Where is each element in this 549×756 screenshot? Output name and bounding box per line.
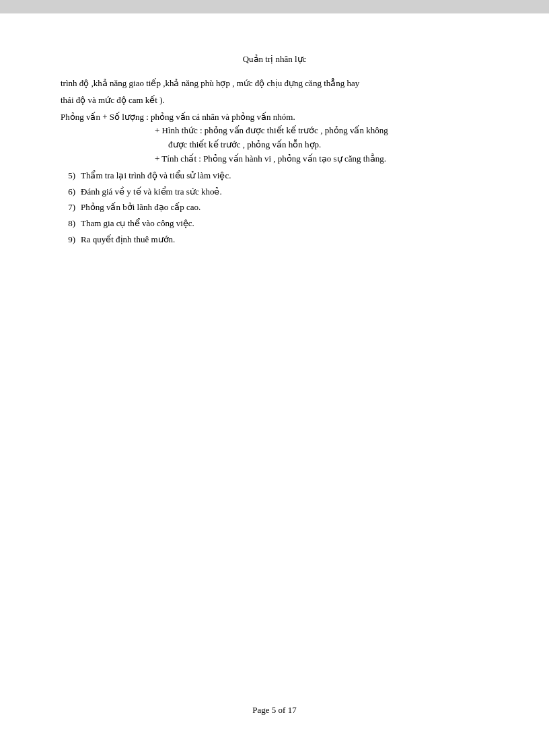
list-item: 7)Phỏng vấn bởi lãnh đạo cấp cao. bbox=[61, 201, 488, 215]
item-text: Đánh giá về y tế và kiểm tra sức khoẻ. bbox=[81, 185, 222, 199]
phong-van-sub-items: + Hình thức : phỏng vấn được thiết kế tr… bbox=[61, 124, 488, 166]
item-number: 9) bbox=[61, 233, 81, 247]
list-item: 9)Ra quyết định thuê mướn. bbox=[61, 233, 488, 247]
item-text: Ra quyết định thuê mướn. bbox=[81, 233, 175, 247]
sub-item-1-cont: được thiết kế trước , phỏng vấn hỗn hợp. bbox=[155, 138, 488, 152]
phong-van-section: Phỏng vấn + Số lượng : phỏng vấn cá nhân… bbox=[61, 110, 488, 166]
intro-line2: thái độ và mức độ cam kết ). bbox=[61, 94, 488, 108]
item-text: Tham gia cụ thể vào công việc. bbox=[81, 217, 194, 231]
item-number: 6) bbox=[61, 185, 81, 199]
phong-van-label: Phỏng vấn + Số lượng : phỏng vấn cá nhân… bbox=[61, 110, 488, 125]
content-area: trình độ ,khả năng giao tiếp ,khả năng p… bbox=[61, 77, 488, 691]
list-item: 5)Thẩm tra lại trình độ và tiểu sử làm v… bbox=[61, 169, 488, 183]
item-text: Thẩm tra lại trình độ và tiểu sử làm việ… bbox=[81, 169, 231, 183]
sub-item-2: + Tính chất : Phỏng vấn hành vi , phỏng … bbox=[155, 152, 488, 166]
page-footer: Page 5 of 17 bbox=[61, 691, 488, 716]
item-text: Phỏng vấn bởi lãnh đạo cấp cao. bbox=[81, 201, 200, 215]
list-item: 8)Tham gia cụ thể vào công việc. bbox=[61, 217, 488, 231]
item-number: 7) bbox=[61, 201, 81, 215]
sub-item-1: + Hình thức : phỏng vấn được thiết kế tr… bbox=[155, 124, 488, 138]
item-number: 8) bbox=[61, 217, 81, 231]
page-number: Page 5 of 17 bbox=[252, 705, 296, 715]
intro-line1: trình độ ,khả năng giao tiếp ,khả năng p… bbox=[61, 77, 488, 91]
numbered-list: 5)Thẩm tra lại trình độ và tiểu sử làm v… bbox=[61, 169, 488, 247]
page-header: Quản trị nhân lực bbox=[61, 54, 488, 65]
list-item: 6)Đánh giá về y tế và kiểm tra sức khoẻ. bbox=[61, 185, 488, 199]
item-number: 5) bbox=[61, 169, 81, 183]
page: Quản trị nhân lực trình độ ,khả năng gia… bbox=[0, 13, 549, 756]
header-title: Quản trị nhân lực bbox=[243, 54, 307, 64]
